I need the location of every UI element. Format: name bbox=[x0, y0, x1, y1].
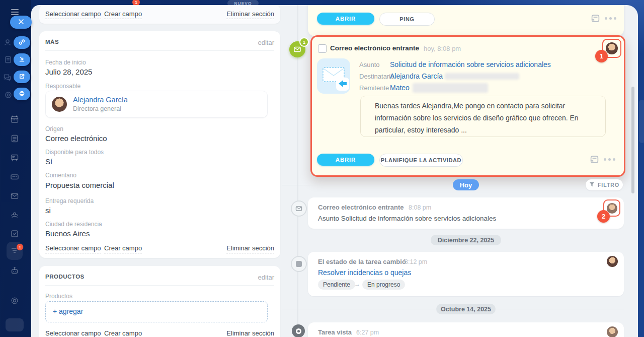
new-email-count-badge: 1 bbox=[299, 37, 309, 47]
open-button[interactable]: ABRIR bbox=[317, 154, 374, 166]
responsible-name-link[interactable]: Alejandra García bbox=[73, 96, 128, 104]
timeline-view-entry[interactable]: Tarea vista 6:27 pm bbox=[308, 322, 624, 337]
activity-time: hoy, 8:08 pm bbox=[424, 45, 461, 52]
bot-icon[interactable] bbox=[10, 266, 19, 275]
field-value[interactable]: Propuesta comercial bbox=[45, 181, 114, 189]
viewed-node-icon bbox=[292, 324, 305, 337]
timeline-email-entry[interactable]: Correo electrónico entrante 8:08 pm Asun… bbox=[308, 197, 624, 229]
plan-activity-button[interactable]: PLANIFIQUE LA ACTIVIDAD bbox=[379, 154, 463, 167]
entry-text: Asunto Solicitud de información sobre se… bbox=[318, 215, 496, 222]
field-label: Entrega requerida bbox=[45, 197, 94, 205]
ping-button[interactable]: PING bbox=[379, 13, 435, 26]
avatar[interactable] bbox=[607, 256, 618, 267]
printer-icon bbox=[19, 90, 25, 99]
field-value[interactable]: Sí bbox=[45, 157, 52, 166]
mail-icon[interactable] bbox=[10, 191, 19, 200]
field-label: Disponible para todos bbox=[45, 149, 104, 156]
redacted-text bbox=[445, 73, 519, 80]
select-field-link[interactable]: Seleccionar campo bbox=[45, 329, 101, 337]
chat-icon bbox=[3, 73, 12, 84]
task-link[interactable]: Resolver incidencias o quejas bbox=[318, 268, 411, 277]
avatar[interactable] bbox=[52, 97, 67, 112]
timeline-task-entry[interactable]: El estado de la tarea cambió 3:12 pm Res… bbox=[308, 252, 624, 296]
create-field-link[interactable]: Crear campo bbox=[104, 244, 142, 253]
activity-checkbox[interactable] bbox=[318, 44, 327, 53]
link-icon bbox=[19, 38, 25, 47]
delete-section-link[interactable]: Eliminar sección bbox=[226, 244, 274, 253]
email-node-icon bbox=[291, 200, 307, 217]
terminal-device-icon[interactable] bbox=[10, 172, 19, 181]
responsible-card[interactable]: Alejandra García Directora general bbox=[45, 91, 268, 118]
tour-step-badge: 1 bbox=[595, 50, 608, 62]
audience-icon[interactable] bbox=[10, 211, 19, 220]
sidebar-more-button[interactable] bbox=[6, 318, 24, 331]
delete-section-link[interactable]: Eliminar sección bbox=[226, 329, 274, 337]
select-field-link[interactable]: Seleccionar campo bbox=[45, 10, 101, 19]
print-button[interactable] bbox=[14, 88, 30, 100]
create-field-link[interactable]: Crear campo bbox=[104, 10, 142, 19]
arrow-into-tray-icon bbox=[19, 55, 25, 64]
close-slider-button[interactable] bbox=[10, 16, 32, 29]
entry-title: Correo electrónico entrante bbox=[318, 204, 404, 211]
entry-title: Tarea vista bbox=[318, 328, 352, 336]
open-external-button[interactable] bbox=[14, 71, 30, 83]
gear-icon[interactable] bbox=[10, 296, 19, 305]
today-pill[interactable]: Hoy bbox=[453, 179, 479, 190]
create-field-link[interactable]: Crear campo bbox=[104, 329, 142, 337]
sender-label: Remitente bbox=[359, 84, 389, 92]
copy-link-button[interactable] bbox=[14, 36, 30, 49]
field-value[interactable]: si bbox=[45, 206, 51, 215]
filter-button[interactable]: FILTRO bbox=[586, 179, 623, 190]
app-sidebar bbox=[0, 0, 31, 337]
edit-section-link[interactable]: editar bbox=[258, 39, 274, 46]
entry-time: 8:08 pm bbox=[409, 204, 431, 211]
clipboard-icon bbox=[4, 55, 12, 65]
activity-title: Correo electrónico entrante bbox=[330, 44, 419, 52]
edit-section-link[interactable]: editar bbox=[258, 274, 274, 281]
field-value[interactable]: Correo electrónico bbox=[45, 134, 107, 143]
entry-title: El estado de la tarea cambió bbox=[318, 258, 406, 265]
entry-time: 3:12 pm bbox=[405, 258, 427, 265]
products-add-box[interactable]: + agregar bbox=[45, 301, 268, 322]
recipient-link[interactable]: Alejandra García bbox=[390, 72, 443, 80]
avatar[interactable] bbox=[606, 42, 618, 54]
incoming-mail-icon bbox=[317, 58, 350, 94]
note-icon[interactable] bbox=[590, 155, 599, 166]
subject-link[interactable]: Solicitud de información sobre servicios… bbox=[390, 60, 551, 69]
field-value[interactable]: Julio 28, 2025 bbox=[45, 68, 92, 76]
crm-deal-slider: 1 NUEVO 1 Seleccionar campo Crear ca bbox=[0, 0, 644, 337]
date-pill: Diciembre 22, 2025 bbox=[431, 235, 501, 245]
tour-step-badge: 2 bbox=[597, 210, 610, 223]
add-product-link[interactable]: + agregar bbox=[53, 307, 83, 315]
import-button[interactable] bbox=[14, 53, 30, 66]
field-label: Fecha de inicio bbox=[45, 59, 86, 66]
section-mas: MÁS editar Fecha de inicio Julio 28, 202… bbox=[39, 31, 280, 258]
document-icon[interactable] bbox=[10, 134, 19, 143]
status-arrow: → bbox=[354, 281, 360, 288]
date-pill: Octubre 14, 2025 bbox=[436, 304, 496, 314]
avatar[interactable] bbox=[607, 326, 618, 337]
external-link-icon bbox=[19, 73, 25, 82]
whiteboard-icon[interactable] bbox=[10, 153, 19, 162]
email-preview-text: Buenas tardes Alejandra,Me pongo en cont… bbox=[375, 100, 591, 136]
note-icon[interactable] bbox=[591, 14, 600, 25]
email-preview-box[interactable]: Buenas tardes Alejandra,Me pongo en cont… bbox=[360, 96, 606, 137]
divider bbox=[45, 50, 274, 51]
timeline-scrollbar[interactable] bbox=[631, 87, 634, 193]
more-icon[interactable] bbox=[605, 17, 616, 20]
close-icon bbox=[18, 18, 24, 27]
section-title: MÁS bbox=[45, 39, 59, 45]
more-icon[interactable] bbox=[604, 158, 615, 161]
open-button[interactable]: ABRIR bbox=[317, 13, 374, 25]
tasks-icon[interactable] bbox=[10, 229, 19, 238]
background-widget-sliver bbox=[639, 100, 644, 143]
field-label: Origen bbox=[45, 125, 63, 132]
delete-section-link[interactable]: Eliminar sección bbox=[226, 10, 274, 19]
filter-label: FILTRO bbox=[598, 182, 619, 188]
select-field-link[interactable]: Seleccionar campo bbox=[45, 244, 101, 253]
section-title: PRODUCTOS bbox=[45, 274, 85, 280]
status-chip-from: Pendiente bbox=[318, 280, 355, 290]
field-value[interactable]: Buenos Aires bbox=[45, 229, 90, 238]
calendar-icon[interactable] bbox=[10, 115, 19, 124]
sender-link[interactable]: Mateo bbox=[390, 84, 410, 92]
